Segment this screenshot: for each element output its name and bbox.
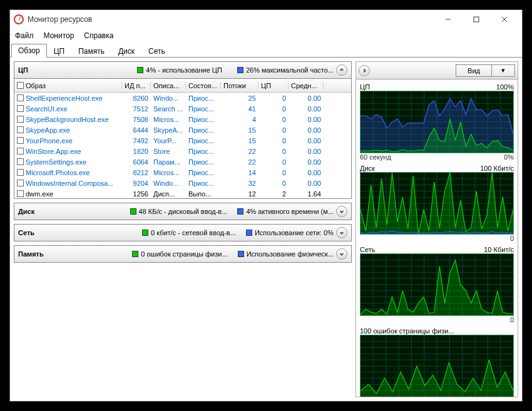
square-icon	[238, 251, 244, 257]
tab-network[interactable]: Сеть	[141, 44, 172, 58]
expand-button[interactable]	[336, 206, 347, 217]
checkbox[interactable]	[17, 126, 24, 133]
process-table: Образ ИД п... Описа... Состоя... Потоки …	[14, 79, 352, 199]
memory-panel-header[interactable]: Память 0 ошибок страницы физи... Использ…	[14, 245, 352, 263]
maximize-button[interactable]	[462, 11, 490, 28]
table-row[interactable]: SkypeBackgroundHost.exe7508Micros...Прио…	[14, 114, 351, 124]
square-icon	[237, 208, 243, 215]
view-dropdown[interactable]: Вид ▾	[456, 64, 515, 77]
app-icon	[14, 14, 24, 24]
cpu-section: ЦП 4% - использование ЦП 26% максимально…	[14, 61, 352, 199]
square-icon	[137, 67, 143, 73]
disk-chart	[360, 172, 514, 235]
table-row[interactable]: WindowsInternal.Composa...9204Windo...Пр…	[14, 178, 351, 188]
table-row[interactable]: Microsoft.Photos.exe8212Micros...Приос..…	[14, 167, 351, 178]
menu-help[interactable]: Справка	[84, 31, 113, 40]
checkbox[interactable]	[17, 190, 24, 197]
table-row[interactable]: WinStore.App.exe1820StoreПриос...2200.00	[14, 146, 351, 156]
checkbox[interactable]	[17, 148, 24, 155]
table-header: Образ ИД п... Описа... Состоя... Потоки …	[14, 79, 351, 93]
checkbox[interactable]	[17, 158, 24, 165]
table-row[interactable]: SearchUI.exe7512Search ...Приос...4100.0…	[14, 103, 351, 114]
table-row[interactable]: YourPhone.exe7492YourP...Приос...1500.00	[14, 135, 351, 146]
collapse-button[interactable]	[336, 64, 347, 76]
tab-bar: Обзор ЦП Память Диск Сеть	[10, 43, 522, 58]
collapse-graphs-button[interactable]	[359, 65, 370, 76]
col-pid[interactable]: ИД п...	[122, 82, 151, 89]
cpu-chart	[360, 91, 514, 153]
table-body[interactable]: ShellExperienceHost.exe8260Windo...Приос…	[14, 93, 351, 198]
square-icon	[246, 230, 252, 236]
checkbox[interactable]	[17, 94, 24, 101]
expand-button[interactable]	[336, 248, 347, 260]
cpu-label: ЦП	[18, 66, 53, 74]
graphs-panel: Вид ▾ ЦП100% 60 секунд0% Диск100 Кбит/с …	[356, 61, 518, 397]
main-panel: ЦП 4% - использование ЦП 26% максимально…	[14, 61, 352, 397]
checkbox[interactable]	[17, 180, 24, 186]
disk-panel-header[interactable]: Диск 48 КБ/с - дисковый ввод-в... 4% акт…	[14, 203, 352, 220]
checkbox[interactable]	[17, 169, 24, 176]
window-title: Монитор ресурсов	[28, 15, 434, 24]
col-status[interactable]: Состоя...	[186, 82, 221, 89]
checkbox[interactable]	[17, 105, 24, 112]
tab-overview[interactable]: Обзор	[11, 44, 47, 58]
table-row[interactable]: SystemSettings.exe6064Парам...Приос...22…	[14, 156, 351, 167]
close-button[interactable]	[490, 11, 518, 28]
col-image[interactable]: Образ	[14, 82, 122, 89]
menu-bar: Файл Монитор Справка	[10, 29, 522, 43]
resource-monitor-window: Монитор ресурсов Файл Монитор Справка Об…	[9, 9, 523, 402]
minimize-button[interactable]	[434, 11, 462, 28]
checkbox[interactable]	[17, 116, 24, 123]
square-icon	[130, 208, 136, 215]
net-chart-block: Сеть10 Кбит/с 0	[360, 243, 514, 323]
tab-memory[interactable]: Память	[71, 44, 111, 58]
table-row[interactable]: dwm.exe1256Дисп...Выпо...1221.64	[14, 188, 351, 198]
cpu-panel-header[interactable]: ЦП 4% - использование ЦП 26% максимально…	[14, 61, 352, 79]
mem-chart-block: 100 ошибок страницы физи...	[360, 325, 514, 397]
tab-cpu[interactable]: ЦП	[47, 44, 72, 58]
checkbox[interactable]	[17, 82, 24, 89]
col-avg[interactable]: Средн...	[289, 82, 324, 89]
menu-file[interactable]: Файл	[15, 31, 34, 40]
col-threads[interactable]: Потоки	[221, 82, 258, 89]
square-icon	[132, 251, 138, 257]
dropdown-arrow-icon: ▾	[491, 65, 514, 76]
title-bar[interactable]: Монитор ресурсов	[10, 10, 522, 29]
net-chart	[360, 253, 514, 316]
menu-monitor[interactable]: Монитор	[44, 31, 74, 40]
checkbox[interactable]	[17, 137, 24, 144]
table-row[interactable]: SkypeApp.exe6444SkypeA...Приос...1500.00	[14, 124, 351, 135]
chart-list[interactable]: ЦП100% 60 секунд0% Диск100 Кбит/с 0 Сеть…	[356, 79, 518, 397]
col-desc[interactable]: Описа...	[151, 82, 186, 89]
graphs-toolbar: Вид ▾	[356, 62, 518, 79]
cpu-chart-block: ЦП100% 60 секунд0%	[360, 81, 514, 161]
expand-button[interactable]	[336, 227, 347, 238]
col-cpu[interactable]: ЦП	[258, 82, 289, 89]
square-icon	[237, 67, 243, 73]
mem-chart	[360, 335, 514, 397]
table-row[interactable]: ShellExperienceHost.exe8260Windo...Приос…	[14, 93, 351, 103]
network-panel-header[interactable]: Сеть 0 кбит/с - сетевой ввод-в... Исполь…	[14, 224, 352, 241]
svg-rect-1	[474, 17, 479, 22]
disk-chart-block: Диск100 Кбит/с 0	[360, 162, 514, 242]
tab-disk[interactable]: Диск	[111, 44, 141, 58]
square-icon	[142, 230, 148, 236]
